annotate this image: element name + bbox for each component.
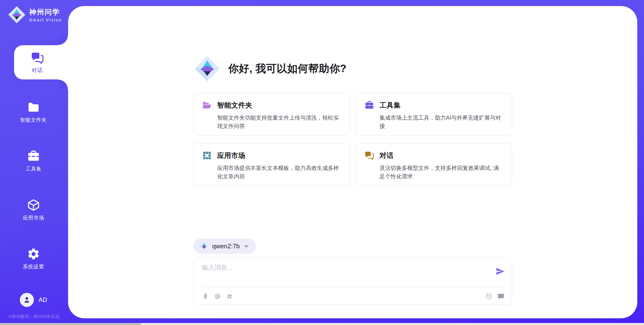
chevron-down-icon	[244, 243, 249, 249]
scrollbar-thumb[interactable]	[0, 323, 141, 325]
brand-name-en: Smart Vision	[29, 18, 62, 22]
main-content-panel: 你好, 我可以如何帮助你? 智能文件夹 智能文件夹功能支持批量文件上传与清洗，轻…	[68, 6, 637, 318]
sidebar-item-chat[interactable]: 对话	[14, 45, 75, 79]
message-input[interactable]	[202, 263, 487, 283]
greeting-row: 你好, 我可以如何帮助你?	[194, 55, 512, 83]
sidebar-item-toolset[interactable]: 工具集	[0, 144, 67, 178]
history-icon[interactable]	[485, 293, 492, 300]
avatar	[20, 293, 34, 307]
card-smart-folder[interactable]: 智能文件夹 智能文件夹功能支持批量文件上传与清洗，轻松实现文件问答	[194, 93, 350, 136]
diamond-gem-icon	[7, 5, 26, 24]
cube-icon	[27, 198, 40, 212]
feature-cards: 智能文件夹 智能文件夹功能支持批量文件上传与清洗，轻松实现文件问答 工具集 集成…	[194, 93, 512, 186]
chat-bubble-icon[interactable]	[497, 293, 504, 300]
horizontal-scrollbar[interactable]	[0, 323, 644, 325]
model-logo-icon	[200, 242, 209, 251]
card-title: 工具集	[380, 101, 401, 110]
user-avatar-icon	[22, 296, 31, 304]
send-icon	[495, 266, 505, 276]
message-composer	[194, 257, 512, 305]
sidebar: 神州问学 Smart Vision 对话 智能文件夹 工具集 应用市场 系统设置…	[0, 0, 68, 325]
user-name: AD	[39, 297, 47, 304]
chat-icon	[364, 150, 374, 160]
card-title: 对话	[380, 151, 394, 160]
composer-toolbar	[202, 291, 504, 301]
folder-icon	[27, 101, 40, 114]
briefcase-icon	[364, 100, 374, 110]
paperclip-icon[interactable]	[202, 293, 209, 300]
card-description: 灵活切换多模型文件，支持多样回复效果调试, 满足个性化需求	[380, 164, 504, 181]
at-sign-icon[interactable]	[214, 293, 221, 300]
card-app-market[interactable]: 应用市场 应用市场提供丰富长文本模板，助力高效生成多样化文章内容	[194, 143, 350, 186]
user-account[interactable]: AD	[0, 291, 67, 308]
card-description: 应用市场提供丰富长文本模板，助力高效生成多样化文章内容	[217, 164, 341, 181]
tab-fillet-bottom	[58, 79, 68, 89]
sidebar-item-settings[interactable]: 系统设置	[0, 242, 67, 275]
brand-name-zh: 神州问学	[29, 7, 62, 17]
briefcase-icon	[27, 149, 40, 163]
card-toolset[interactable]: 工具集 集成市场上主流工具，助力AI与外界无缝扩展与对接	[356, 93, 512, 136]
card-description: 智能文件夹功能支持批量文件上传与清洗，轻松实现文件问答	[217, 114, 341, 130]
brand-gem-icon	[194, 55, 221, 82]
folder-open-icon	[202, 100, 212, 110]
model-selector[interactable]: qwen2:7b	[194, 239, 256, 254]
card-description: 集成市场上主流工具，助力AI与外界无缝扩展与对接	[380, 114, 504, 130]
model-name: qwen2:7b	[212, 243, 240, 250]
send-button[interactable]	[495, 266, 505, 276]
card-title: 智能文件夹	[217, 101, 253, 110]
tab-fillet-top	[58, 35, 68, 45]
grid-icon	[202, 150, 212, 160]
sidebar-item-smart-folder[interactable]: 智能文件夹	[0, 95, 67, 129]
center-column: 你好, 我可以如何帮助你? 智能文件夹 智能文件夹功能支持批量文件上传与清洗，轻…	[194, 6, 512, 318]
card-title: 应用市场	[217, 151, 246, 160]
card-chat[interactable]: 对话 灵活切换多模型文件，支持多样回复效果调试, 满足个性化需求	[356, 143, 512, 186]
composer-divider	[201, 287, 504, 287]
greeting-text: 你好, 我可以如何帮助你?	[228, 62, 347, 76]
hash-icon[interactable]	[226, 293, 233, 300]
brand-logo: 神州问学 Smart Vision	[7, 5, 62, 24]
chat-icon	[31, 51, 44, 65]
sidebar-item-app-market[interactable]: 应用市场	[0, 193, 67, 226]
sidebar-footer: ©神州数码 · 神州问学出品	[0, 314, 68, 320]
gear-icon	[27, 247, 40, 261]
